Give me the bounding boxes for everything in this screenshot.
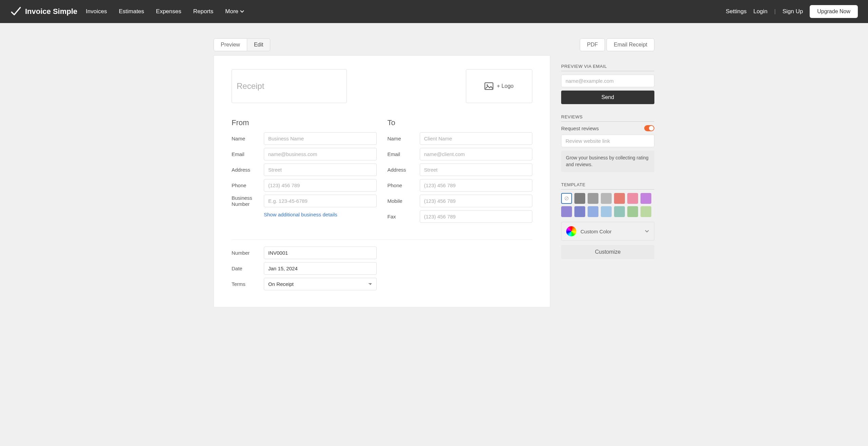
show-additional-details-link[interactable]: Show additional business details <box>264 212 337 217</box>
checkmark-icon <box>10 6 22 17</box>
from-address-label: Address <box>232 167 264 173</box>
color-swatch-7[interactable] <box>561 206 572 217</box>
color-swatch-2[interactable] <box>588 193 598 204</box>
tab-pdf[interactable]: PDF <box>580 38 605 51</box>
reviews-heading: REVIEWS <box>561 114 654 122</box>
color-swatch-11[interactable] <box>614 206 625 217</box>
terms-label: Terms <box>232 281 264 287</box>
to-phone-input[interactable] <box>420 179 533 192</box>
from-phone-input[interactable] <box>264 179 377 192</box>
color-swatch-6[interactable] <box>640 193 651 204</box>
request-reviews-label: Request reviews <box>561 125 599 131</box>
color-swatch-10[interactable] <box>601 206 612 217</box>
terms-select[interactable]: On Receipt <box>264 278 377 290</box>
section-divider <box>232 239 532 240</box>
nav-more[interactable]: More <box>225 8 244 15</box>
to-email-label: Email <box>388 151 420 157</box>
from-businessnum-input[interactable] <box>264 195 377 207</box>
template-heading: TEMPLATE <box>561 182 654 190</box>
preview-email-input[interactable] <box>561 75 654 87</box>
to-fax-label: Fax <box>388 214 420 220</box>
request-reviews-toggle[interactable] <box>644 125 654 131</box>
nav-settings[interactable]: Settings <box>726 8 746 15</box>
to-mobile-label: Mobile <box>388 198 420 204</box>
nav-estimates[interactable]: Estimates <box>119 8 144 15</box>
color-swatch-13[interactable] <box>640 206 651 217</box>
receipt-editor: + Logo From Name Email Address Phone Bus… <box>214 55 550 307</box>
tab-preview[interactable]: Preview <box>214 38 247 51</box>
to-email-input[interactable] <box>420 148 533 160</box>
from-email-label: Email <box>232 151 264 157</box>
review-link-input[interactable] <box>561 135 654 147</box>
color-wheel-icon <box>566 226 576 236</box>
to-fax-input[interactable] <box>420 210 533 223</box>
custom-color-button[interactable]: Custom Color <box>561 222 654 241</box>
from-name-label: Name <box>232 136 264 142</box>
from-email-input[interactable] <box>264 148 377 160</box>
to-name-label: Name <box>388 136 420 142</box>
svg-rect-0 <box>485 83 493 90</box>
preview-email-heading: PREVIEW VIA EMAIL <box>561 64 654 71</box>
nav-expenses[interactable]: Expenses <box>156 8 181 15</box>
tab-email-receipt[interactable]: Email Receipt <box>607 38 654 51</box>
date-input[interactable] <box>264 262 377 275</box>
svg-point-1 <box>487 84 488 86</box>
upgrade-button[interactable]: Upgrade Now <box>810 5 858 18</box>
svg-line-3 <box>565 197 568 200</box>
add-logo-button[interactable]: + Logo <box>466 69 532 103</box>
nav-signup[interactable]: Sign Up <box>783 8 803 15</box>
to-address-label: Address <box>388 167 420 173</box>
from-businessnum-label: Business Number <box>232 195 264 207</box>
customize-button[interactable]: Customize <box>561 245 654 259</box>
reviews-info: Grow your business by collecting rating … <box>561 151 654 172</box>
send-button[interactable]: Send <box>561 91 654 104</box>
number-input[interactable] <box>264 247 377 259</box>
doc-title-input[interactable] <box>232 69 347 103</box>
from-heading: From <box>232 118 377 127</box>
from-name-input[interactable] <box>264 132 377 145</box>
chevron-down-icon <box>240 10 244 13</box>
number-label: Number <box>232 250 264 256</box>
nav-login[interactable]: Login <box>753 8 768 15</box>
to-heading: To <box>388 118 533 127</box>
from-phone-label: Phone <box>232 182 264 189</box>
from-address-input[interactable] <box>264 163 377 176</box>
color-swatch-0[interactable] <box>561 193 572 204</box>
chevron-down-icon <box>645 230 649 233</box>
date-label: Date <box>232 266 264 272</box>
nav-reports[interactable]: Reports <box>193 8 214 15</box>
to-phone-label: Phone <box>388 182 420 189</box>
color-swatch-8[interactable] <box>574 206 585 217</box>
tab-edit[interactable]: Edit <box>247 38 271 51</box>
color-swatch-12[interactable] <box>627 206 638 217</box>
to-name-input[interactable] <box>420 132 533 145</box>
to-address-input[interactable] <box>420 163 533 176</box>
color-swatch-1[interactable] <box>574 193 585 204</box>
brand-name: Invoice Simple <box>25 7 77 16</box>
to-mobile-input[interactable] <box>420 195 533 207</box>
nav-separator: | <box>774 8 776 15</box>
color-swatch-5[interactable] <box>627 193 638 204</box>
brand-logo[interactable]: Invoice Simple <box>10 6 77 17</box>
nav-invoices[interactable]: Invoices <box>86 8 107 15</box>
color-swatch-3[interactable] <box>601 193 612 204</box>
color-swatch-9[interactable] <box>588 206 598 217</box>
image-icon <box>485 82 493 90</box>
color-swatch-4[interactable] <box>614 193 625 204</box>
